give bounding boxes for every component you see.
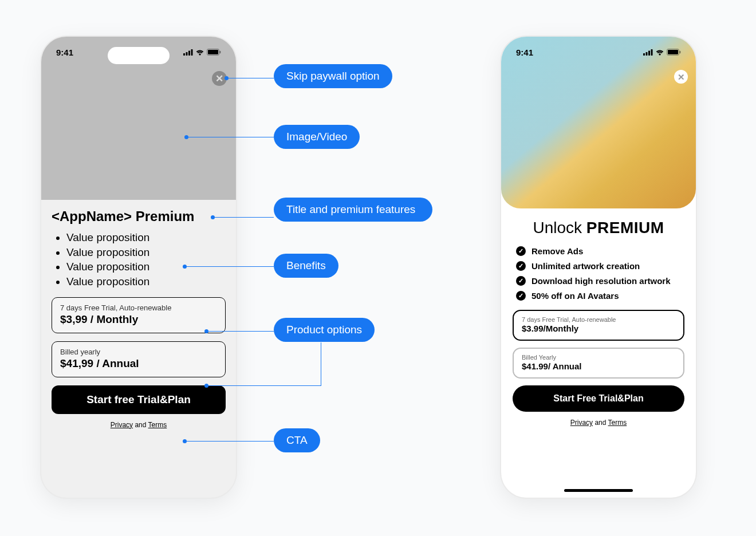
plan-price: $41.99/ Annual: [522, 361, 675, 371]
content-area: Unlock PREMIUM ✓Remove Ads ✓Unlimited ar…: [501, 219, 696, 498]
benefit-item: ✓Unlimited artwork creation: [516, 261, 681, 271]
footer-links: Privacy and Terms: [52, 421, 226, 429]
plan-sub: 7 days Free Trial, Auto-renewable: [522, 316, 675, 323]
benefit-text: 50% off on AI Avatars: [531, 291, 619, 301]
svg-rect-9: [648, 50, 650, 56]
terms-link[interactable]: Terms: [608, 419, 627, 427]
annotation-cta: CTA: [274, 428, 320, 452]
connector-line: [184, 441, 274, 442]
status-icons: [643, 49, 681, 56]
svg-rect-13: [680, 51, 681, 54]
plan-annual[interactable]: Billed Yearly $41.99/ Annual: [513, 348, 684, 379]
benefits-list: ✓Remove Ads ✓Unlimited artwork creation …: [513, 246, 684, 301]
annotation-title-line1: Title and premium features: [286, 203, 415, 215]
annotation-products: Product options: [274, 318, 375, 342]
page-title: Unlock PREMIUM: [513, 219, 684, 237]
check-icon: ✓: [516, 291, 526, 301]
check-icon: ✓: [516, 261, 526, 271]
privacy-link[interactable]: Privacy: [570, 419, 593, 427]
battery-icon: [667, 49, 681, 56]
battery-icon: [207, 49, 221, 56]
benefit-item: ✓Download high resolution artwork: [516, 276, 681, 286]
close-icon[interactable]: ✕: [674, 70, 688, 84]
wireframe-phone: 9:41 ✕ <AppName> Premium Value propositi…: [41, 37, 236, 498]
svg-rect-1: [186, 52, 188, 56]
benefit-item: ✓50% off on AI Avatars: [516, 291, 681, 301]
connector-line: [226, 78, 274, 78]
svg-rect-8: [646, 52, 648, 56]
connector-dot: [211, 215, 215, 219]
benefit-text: Unlimited artwork creation: [531, 261, 640, 271]
plan-sub: 7 days Free Trial, Auto-renewable: [60, 304, 217, 312]
svg-rect-3: [191, 49, 193, 56]
cellular-icon: [643, 49, 653, 56]
mockup-phone: 9:41 ✕ Unlock PREMIUM ✓Remove Ads ✓Unlim…: [501, 37, 696, 498]
benefit-text: Remove Ads: [531, 246, 583, 256]
connector-line: [321, 342, 321, 386]
privacy-link[interactable]: Privacy: [111, 421, 133, 429]
svg-rect-2: [188, 50, 190, 56]
plan-monthly[interactable]: 7 days Free Trial, Auto-renewable $3.99/…: [513, 310, 684, 341]
plan-price: $41,99 / Annual: [60, 357, 217, 370]
connector-line: [206, 331, 274, 332]
footer-and: and: [133, 421, 148, 429]
value-prop: Value proposition: [66, 274, 226, 289]
annotation-benefits: Benefits: [274, 254, 338, 278]
content-area: <AppName> Premium Value proposition Valu…: [41, 208, 236, 498]
connector-dot: [204, 329, 208, 333]
home-indicator: [564, 489, 633, 492]
svg-rect-10: [651, 49, 653, 56]
value-prop: Value proposition: [66, 245, 226, 260]
svg-rect-7: [643, 53, 645, 56]
page-title: <AppName> Premium: [52, 208, 226, 224]
status-bar: 9:41: [501, 37, 696, 68]
benefit-text: Download high resolution artwork: [531, 276, 671, 286]
plan-annual[interactable]: Billed yearly $41,99 / Annual: [52, 341, 226, 377]
phone-notch: [108, 47, 170, 64]
cta-button[interactable]: Start free Trial&Plan: [52, 385, 226, 414]
footer-and: and: [593, 419, 608, 427]
status-time: 9:41: [516, 48, 533, 57]
svg-rect-0: [183, 53, 185, 56]
plan-price: $3,99 / Monthly: [60, 313, 217, 326]
value-prop: Value proposition: [66, 259, 226, 274]
connector-dot: [183, 439, 187, 443]
footer-links: Privacy and Terms: [513, 419, 684, 427]
wifi-icon: [195, 49, 204, 56]
connector-dot: [204, 384, 208, 388]
cta-button[interactable]: Start Free Trial&Plan: [513, 385, 684, 412]
status-time: 9:41: [56, 48, 73, 57]
status-icons: [183, 49, 221, 56]
annotation-title: Title and premium features: [274, 198, 432, 222]
benefit-item: ✓Remove Ads: [516, 246, 681, 256]
connector-line: [186, 137, 274, 137]
value-props-list: Value proposition Value proposition Valu…: [66, 230, 226, 289]
plan-sub: Billed yearly: [60, 348, 217, 356]
title-light: Unlock: [533, 219, 586, 237]
svg-rect-5: [208, 50, 218, 54]
annotation-skip: Skip paywall option: [274, 64, 392, 88]
annotation-image: Image/Video: [274, 125, 360, 149]
connector-dot: [225, 76, 229, 80]
svg-rect-12: [668, 50, 678, 54]
connector-dot: [183, 265, 187, 269]
title-bold: PREMIUM: [586, 219, 664, 237]
check-icon: ✓: [516, 276, 526, 286]
plan-price: $3.99/Monthly: [522, 324, 675, 333]
plan-sub: Billed Yearly: [522, 354, 675, 361]
plan-monthly[interactable]: 7 days Free Trial, Auto-renewable $3,99 …: [52, 297, 226, 333]
connector-dot: [184, 135, 188, 139]
connector-line: [206, 385, 321, 386]
connector-line: [184, 266, 274, 267]
connector-line: [212, 217, 274, 218]
value-prop: Value proposition: [66, 230, 226, 245]
check-icon: ✓: [516, 246, 526, 256]
wifi-icon: [655, 49, 664, 56]
terms-link[interactable]: Terms: [148, 421, 167, 429]
cellular-icon: [183, 49, 193, 56]
svg-rect-6: [220, 51, 221, 54]
